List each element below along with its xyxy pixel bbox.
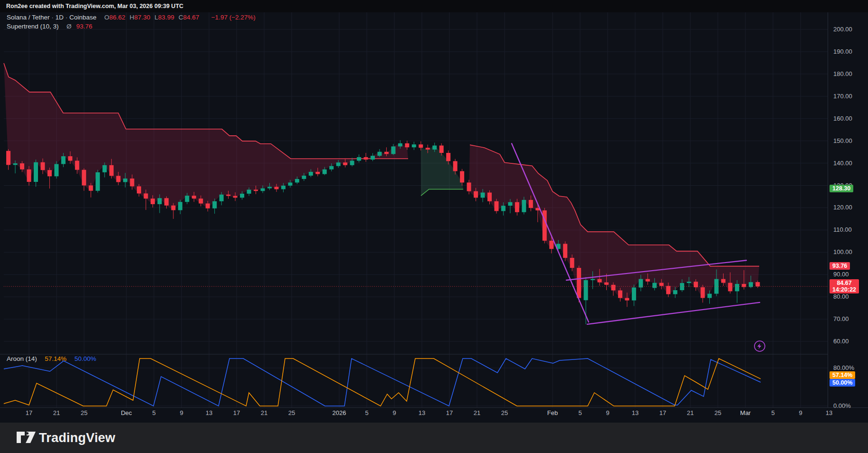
time-axis-label: 9 bbox=[606, 409, 609, 416]
price-axis-label: 120.00 bbox=[833, 204, 852, 211]
aroon-down-value-badge: 50.00% bbox=[830, 379, 855, 387]
aroon-label: Aroon (14) bbox=[7, 355, 37, 362]
candle-body bbox=[171, 206, 175, 210]
candle-body bbox=[577, 268, 581, 298]
aroon-up-line bbox=[4, 359, 761, 406]
candle-body bbox=[95, 172, 100, 191]
candle-body bbox=[206, 204, 210, 208]
candle-body bbox=[522, 200, 526, 212]
candle-body bbox=[618, 291, 622, 298]
time-axis-label: 2026 bbox=[333, 409, 346, 416]
tradingview-brand-text[interactable]: TradingView bbox=[39, 423, 115, 453]
ohlc-value: 83.99 bbox=[158, 14, 174, 21]
trend-line bbox=[587, 302, 760, 324]
candle-body bbox=[6, 151, 10, 165]
price-axis-label: 140.00 bbox=[833, 160, 852, 167]
lightning-icon[interactable] bbox=[754, 341, 765, 351]
candle-body bbox=[20, 163, 24, 170]
candle-body bbox=[405, 143, 409, 147]
candle-body bbox=[426, 148, 430, 150]
time-axis-label: 21 bbox=[261, 409, 267, 416]
symbol-legend-row[interactable]: Solana / Tether · 1D · Coinbase O86.62H8… bbox=[7, 14, 256, 21]
candle-body bbox=[721, 279, 725, 283]
time-axis-label: 17 bbox=[26, 409, 32, 416]
candle-body bbox=[701, 287, 705, 298]
interval-label[interactable]: 1D bbox=[56, 14, 64, 21]
candle-body bbox=[501, 206, 506, 211]
tradingview-logo-icon[interactable] bbox=[16, 429, 37, 447]
candle-body bbox=[474, 191, 478, 198]
candle-body bbox=[350, 160, 354, 165]
candle-body bbox=[219, 195, 224, 201]
candle-body bbox=[439, 146, 444, 153]
price-axis-label: 100.00 bbox=[833, 248, 852, 255]
ohlc-letter: O bbox=[104, 14, 109, 21]
candle-body bbox=[384, 152, 389, 154]
candle-body bbox=[364, 157, 368, 160]
candle-body bbox=[185, 196, 189, 202]
candle-body bbox=[371, 156, 375, 160]
candle-body bbox=[357, 157, 361, 161]
candle-body bbox=[336, 162, 341, 166]
time-axis-label: 9 bbox=[799, 409, 802, 416]
candle-body bbox=[632, 287, 636, 300]
ohlc-value: 84.67 bbox=[183, 14, 199, 21]
time-axis-label: 21 bbox=[474, 409, 480, 416]
candle-body bbox=[584, 280, 588, 300]
time-axis-label: 25 bbox=[81, 409, 87, 416]
price-axis-label: 90.00 bbox=[833, 271, 849, 278]
ohlc-value: 86.62 bbox=[109, 14, 125, 21]
candle-body bbox=[549, 241, 553, 249]
candle-body bbox=[40, 162, 45, 170]
time-axis-label: 13 bbox=[826, 409, 832, 416]
candle-body bbox=[728, 283, 732, 292]
candle-body bbox=[103, 165, 107, 172]
symbol-title: Solana / Tether bbox=[7, 14, 50, 21]
candle-body bbox=[487, 193, 492, 201]
time-axis-label: 5 bbox=[771, 409, 774, 416]
candle-body bbox=[144, 193, 148, 198]
candle-body bbox=[467, 182, 471, 191]
candle-body bbox=[543, 210, 547, 241]
footer-bar: TradingView bbox=[0, 423, 868, 453]
candle-body bbox=[226, 195, 230, 196]
candle-body bbox=[398, 143, 402, 147]
time-axis-label: 13 bbox=[206, 409, 212, 416]
candle-body bbox=[687, 282, 691, 283]
price-axis-label: 170.00 bbox=[833, 93, 852, 100]
candle-body bbox=[13, 163, 18, 165]
candle-body bbox=[137, 186, 141, 193]
candle-body bbox=[260, 189, 265, 191]
time-axis-label: 9 bbox=[180, 409, 183, 416]
time-axis-label: 21 bbox=[687, 409, 694, 416]
candle-body bbox=[288, 182, 292, 186]
ohlc-letter: C bbox=[179, 14, 183, 21]
candle-body bbox=[377, 152, 382, 156]
time-axis-label: Dec bbox=[121, 409, 132, 416]
candle-body bbox=[419, 144, 423, 148]
time-axis-label: 25 bbox=[501, 409, 508, 416]
candle-body bbox=[48, 170, 52, 176]
ohlc-letter: H bbox=[130, 14, 134, 21]
candle-body bbox=[82, 170, 86, 186]
candle-body bbox=[254, 189, 258, 191]
price-axis-label: 110.00 bbox=[833, 226, 852, 233]
last-price-badge: 84.6714:20:22 bbox=[830, 279, 859, 293]
candle-body bbox=[54, 164, 58, 176]
candle-body bbox=[281, 186, 286, 189]
time-axis-label: 13 bbox=[419, 409, 425, 416]
candle-body bbox=[343, 162, 347, 165]
supertrend-legend-row[interactable]: Supertrend (10, 3) Ø 93.76 bbox=[7, 23, 92, 30]
time-axis-label: 13 bbox=[632, 409, 639, 416]
time-axis-label: 17 bbox=[446, 409, 453, 416]
aroon-legend-row[interactable]: Aroon (14) 57.14% 50.00% bbox=[7, 355, 96, 362]
price-axis-label: 60.00 bbox=[833, 338, 849, 345]
chart-canvas[interactable] bbox=[0, 0, 868, 453]
time-axis-separator bbox=[0, 407, 868, 408]
candle-body bbox=[240, 194, 244, 198]
candle-body bbox=[178, 202, 182, 210]
candle-body bbox=[157, 198, 162, 204]
candle-body bbox=[611, 285, 615, 291]
tradingview-chart-window: Ron2ee created with TradingView.com, Mar… bbox=[0, 0, 868, 453]
change-value: −1.97 (−2.27%) bbox=[211, 14, 256, 21]
